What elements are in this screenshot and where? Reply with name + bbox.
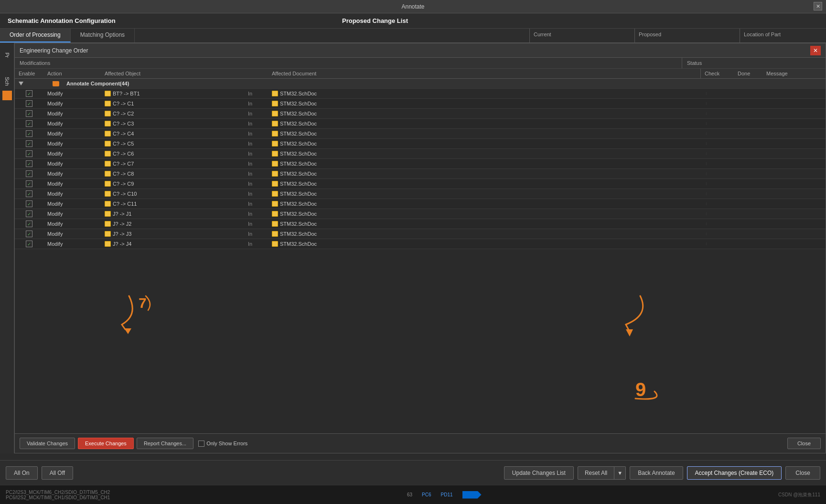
row-checkbox[interactable]: ✓ <box>26 170 32 177</box>
row-object: C? -> C4 <box>101 129 244 138</box>
row-checkbox[interactable]: ✓ <box>26 241 32 247</box>
eco-table-row: ✓ Modify C? -> C3 In STM32.SchDoc <box>15 119 826 129</box>
row-in: In <box>244 179 268 188</box>
only-errors-checkbox[interactable] <box>198 441 204 447</box>
row-in: In <box>244 169 268 178</box>
row-message <box>768 182 826 185</box>
tabs-and-headers: Order of Processing Matching Options Cur… <box>0 29 826 43</box>
status-right: CSDN @泡菜鱼111 <box>778 492 820 498</box>
eco-table-row: ✓ Modify J? -> J2 In STM32.SchDoc <box>15 219 826 229</box>
col-message: Message <box>762 69 820 78</box>
update-changes-button[interactable]: Update Changes List <box>504 466 574 480</box>
row-in: In <box>244 119 268 128</box>
eco-table-row: ✓ Modify C? -> C10 In STM32.SchDoc <box>15 189 826 199</box>
row-action: Modify <box>43 109 101 118</box>
row-checkbox[interactable]: ✓ <box>26 130 32 137</box>
row-check <box>706 242 740 245</box>
reset-all-dropdown[interactable]: ▼ <box>614 466 626 480</box>
row-checkbox[interactable]: ✓ <box>26 120 32 127</box>
row-checkbox[interactable]: ✓ <box>26 110 32 117</box>
row-check <box>706 222 740 225</box>
row-message <box>768 172 826 175</box>
row-checkbox[interactable]: ✓ <box>26 190 32 197</box>
reset-all-button[interactable]: Reset All <box>578 466 614 480</box>
row-message <box>768 152 826 155</box>
report-changes-button[interactable]: Report Changes... <box>137 438 193 449</box>
row-checkbox[interactable]: ✓ <box>26 231 32 237</box>
col-in-spacer <box>244 69 268 78</box>
eco-bottom-bar: Validate Changes Execute Changes Report … <box>15 433 826 453</box>
row-action: Modify <box>43 179 101 188</box>
row-done <box>740 242 768 245</box>
row-checkbox[interactable]: ✓ <box>26 140 32 147</box>
eco-close-bottom-button[interactable]: Close <box>787 438 821 449</box>
row-checkbox[interactable]: ✓ <box>26 210 32 217</box>
modifications-header: Modifications <box>15 58 682 68</box>
row-check <box>706 162 740 165</box>
row-done <box>740 232 768 235</box>
tab-matching-options[interactable]: Matching Options <box>71 29 135 42</box>
row-action: Modify <box>43 129 101 138</box>
row-in: In <box>244 149 268 158</box>
row-in: In <box>244 129 268 138</box>
row-in: In <box>244 240 268 248</box>
row-check <box>706 172 740 175</box>
col-affected-doc: Affected Document <box>268 69 700 78</box>
eco-table-row: ✓ Modify J? -> J3 In STM32.SchDoc <box>15 229 826 239</box>
row-done <box>740 202 768 205</box>
back-annotate-button[interactable]: Back Annotate <box>630 466 683 480</box>
row-object: C? -> C11 <box>101 200 244 208</box>
all-off-button[interactable]: All Off <box>42 466 73 480</box>
row-message <box>768 122 826 125</box>
main-container: Annotate ✕ Schematic Annotation Configur… <box>0 0 826 504</box>
row-action: Modify <box>43 200 101 208</box>
eco-table-row: ✓ Modify C? -> C6 In STM32.SchDoc <box>15 149 826 159</box>
col-scrollbar-spacer <box>820 69 826 78</box>
col-current-header: Current <box>530 29 635 42</box>
eco-rows-container: ✓ Modify BT? -> BT1 In STM32.SchDoc ✓ Mo… <box>15 89 826 249</box>
eco-table-row: ✓ Modify C? -> C11 In STM32.SchDoc <box>15 199 826 209</box>
eco-table-header: Enable Action Affected Object Affected D… <box>15 69 826 79</box>
eco-table-body[interactable]: Annotate Component(44) ✓ Modify BT? -> B… <box>15 79 826 433</box>
row-in: In <box>244 189 268 198</box>
row-message <box>768 212 826 215</box>
row-document: STM32.SchDoc <box>268 200 706 208</box>
row-object: C? -> C1 <box>101 99 244 108</box>
execute-changes-button[interactable]: Execute Changes <box>78 438 134 449</box>
row-object: J? -> J4 <box>101 240 244 248</box>
row-in: In <box>244 230 268 238</box>
row-in: In <box>244 89 268 98</box>
row-done <box>740 172 768 175</box>
row-done <box>740 162 768 165</box>
row-checkbox[interactable]: ✓ <box>26 200 32 207</box>
row-document: STM32.SchDoc <box>268 220 706 228</box>
row-check <box>706 192 740 195</box>
window-close-button[interactable]: ✕ <box>814 2 822 10</box>
row-message <box>768 112 826 115</box>
row-message <box>768 232 826 235</box>
row-checkbox[interactable]: ✓ <box>26 160 32 167</box>
only-errors-label[interactable]: Only Show Errors <box>198 441 247 447</box>
row-object: C? -> C5 <box>101 139 244 148</box>
row-in: In <box>244 99 268 108</box>
row-in: In <box>244 159 268 168</box>
row-checkbox[interactable]: ✓ <box>26 150 32 157</box>
all-on-button[interactable]: All On <box>6 466 38 480</box>
row-check <box>706 92 740 95</box>
row-object: C? -> C6 <box>101 149 244 158</box>
row-checkbox[interactable]: ✓ <box>26 220 32 227</box>
eco-close-top-button[interactable]: ✕ <box>810 46 821 55</box>
eco-table-row: ✓ Modify C? -> C5 In STM32.SchDoc <box>15 139 826 149</box>
row-checkbox[interactable]: ✓ <box>26 90 32 97</box>
accept-changes-button[interactable]: Accept Changes (Create ECO) <box>687 466 782 480</box>
row-object: J? -> J1 <box>101 210 244 218</box>
tab-order-processing[interactable]: Order of Processing <box>0 29 71 42</box>
pr-label: Pr <box>4 52 10 58</box>
row-action: Modify <box>43 119 101 128</box>
row-checkbox[interactable]: ✓ <box>26 100 32 107</box>
row-checkbox[interactable]: ✓ <box>26 180 32 187</box>
row-document: STM32.SchDoc <box>268 119 706 128</box>
main-close-button[interactable]: Close <box>785 466 820 480</box>
eco-table-row: ✓ Modify J? -> J4 In STM32.SchDoc <box>15 239 826 249</box>
validate-changes-button[interactable]: Validate Changes <box>20 438 75 449</box>
